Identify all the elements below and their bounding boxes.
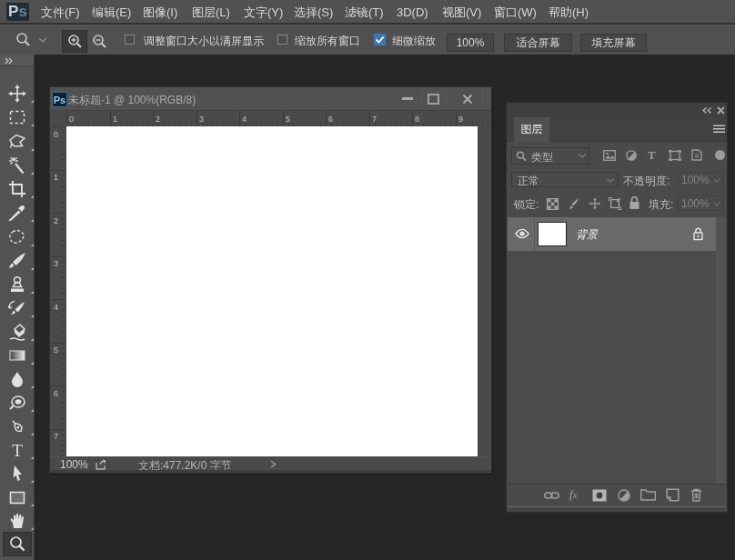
svg-text:T: T [12, 441, 23, 460]
